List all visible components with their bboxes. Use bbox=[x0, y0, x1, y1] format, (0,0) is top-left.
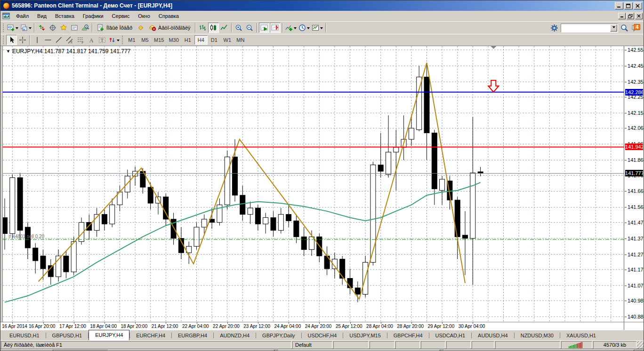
timeframe-h4-button[interactable]: H4 bbox=[194, 35, 208, 45]
new-order-button[interactable]: Íîâûé Îðäåð bbox=[94, 23, 135, 33]
chart-tab-EURUSD-H1[interactable]: EURUSD,H1 bbox=[3, 331, 46, 340]
child-restore-button[interactable] bbox=[627, 13, 634, 19]
timeframe-mn-button[interactable]: MN bbox=[234, 35, 247, 45]
price-label: 141.370 bbox=[628, 236, 644, 241]
candlestick-chart[interactable]: # 44801 sell 0.20 bbox=[3, 46, 624, 322]
chart-tab-GBPJPY-Daily[interactable]: GBPJPY,Daily bbox=[256, 331, 301, 340]
menu-Сервис[interactable]: Сервис bbox=[108, 11, 134, 21]
timeframe-d1-button[interactable]: D1 bbox=[208, 35, 221, 45]
periods-menu-button[interactable] bbox=[298, 23, 311, 33]
toolbar-drag-handle[interactable] bbox=[2, 35, 4, 45]
toolbar-drag-handle[interactable] bbox=[2, 23, 4, 32]
vertical-line-tool-button[interactable] bbox=[32, 35, 42, 45]
chevron-down-icon bbox=[117, 40, 120, 43]
chart-tab-NZDUSD-M30[interactable]: NZDUSD,M30 bbox=[515, 331, 560, 340]
auto-scroll-button[interactable] bbox=[259, 23, 270, 33]
status-profile[interactable]: Default bbox=[292, 341, 332, 349]
chart-tab-USDCHF-H4[interactable]: USDCHF,H4 bbox=[302, 331, 343, 340]
search-dropdown-button[interactable] bbox=[610, 24, 617, 32]
menu-Справка[interactable]: Справка bbox=[154, 11, 183, 21]
equidistant-channel-tool-button[interactable]: E bbox=[64, 35, 75, 45]
chart-tab-GBPCHF-H4[interactable]: GBPCHF,H4 bbox=[387, 331, 429, 340]
candle-up bbox=[110, 205, 115, 224]
cursor-tool-button[interactable] bbox=[6, 35, 17, 45]
zoom-in-button[interactable] bbox=[233, 23, 244, 33]
maximize-button[interactable] bbox=[624, 2, 633, 9]
arrows-tool-button[interactable] bbox=[107, 35, 121, 45]
candle-up bbox=[470, 173, 475, 238]
candle-down bbox=[33, 248, 38, 261]
indicators-button[interactable] bbox=[284, 23, 298, 33]
candlestick-chart-button[interactable] bbox=[208, 23, 219, 33]
time-label: 24 Apr 20:00 bbox=[305, 324, 332, 329]
time-label: 18 Apr 04:00 bbox=[90, 324, 117, 329]
timeframe-m1-button[interactable]: M1 bbox=[125, 35, 138, 45]
strategy-tester-button[interactable] bbox=[80, 23, 90, 33]
timeframe-m15-button[interactable]: M15 bbox=[152, 35, 166, 45]
timeframe-m5-button[interactable]: M5 bbox=[138, 35, 152, 45]
time-axis[interactable]: 16 Apr 201416 Apr 20:0017 Apr 12:0018 Ap… bbox=[0, 322, 644, 330]
data-window-button[interactable] bbox=[47, 23, 58, 33]
market-watch-button[interactable] bbox=[36, 23, 47, 33]
candle-down bbox=[294, 221, 299, 237]
close-button[interactable] bbox=[634, 2, 642, 9]
candle-down bbox=[102, 215, 107, 224]
fibonacci-tool-button[interactable]: F bbox=[75, 35, 86, 45]
chart-tab-USDCAD-H1[interactable]: USDCAD,H1 bbox=[429, 331, 472, 340]
title-bar[interactable]: 565896: Panteon Client Terminal - Демо С… bbox=[0, 0, 644, 11]
menu-Вид[interactable]: Вид bbox=[33, 11, 51, 21]
horizontal-line-tool-button[interactable] bbox=[42, 35, 53, 45]
chart-tab-EURCHF-H4[interactable]: EURCHF,H4 bbox=[130, 331, 171, 340]
timeframe-h1-button[interactable]: H1 bbox=[181, 35, 194, 45]
timeframe-m30-button[interactable]: M30 bbox=[166, 35, 181, 45]
candle-down bbox=[240, 195, 245, 215]
candle-down bbox=[48, 265, 53, 277]
zoom-out-button[interactable] bbox=[244, 23, 255, 33]
menu-Вставка[interactable]: Вставка bbox=[51, 11, 79, 21]
line-chart-button[interactable] bbox=[219, 23, 230, 33]
toolbar-drag-handle[interactable] bbox=[121, 35, 123, 45]
autotrading-button[interactable]: Àâòî-òîðãîâëÿ bbox=[146, 23, 193, 33]
price-badge: 142.286 bbox=[625, 89, 643, 96]
chart-tab-EURJPY-H4[interactable]: EURJPY,H4 bbox=[89, 330, 129, 340]
settings-button[interactable] bbox=[549, 23, 560, 33]
resize-grip[interactable] bbox=[637, 341, 644, 349]
search-input[interactable] bbox=[561, 24, 610, 32]
chevron-down-icon bbox=[307, 27, 310, 31]
price-axis[interactable]: 142.550142.450142.350142.255142.155142.0… bbox=[624, 46, 644, 322]
chart-shift-button[interactable] bbox=[270, 23, 281, 33]
new-chart-button[interactable] bbox=[6, 23, 19, 33]
candle-down bbox=[301, 237, 306, 249]
minimize-button[interactable] bbox=[615, 2, 623, 9]
child-minimize-button[interactable] bbox=[618, 13, 626, 19]
menu-Окно[interactable]: Окно bbox=[134, 11, 154, 21]
child-close-button[interactable] bbox=[635, 13, 643, 19]
chart-tab-USDJPY-M15[interactable]: USDJPY,M15 bbox=[343, 331, 386, 340]
chart-shift-marker-icon bbox=[491, 46, 496, 49]
text-tool-button[interactable]: A bbox=[86, 35, 97, 45]
crosshair-tool-button[interactable] bbox=[17, 35, 28, 45]
chart-tab-XAUUSD-H1[interactable]: XAUUSD,H1 bbox=[560, 331, 602, 340]
chart-tab-EURGBP-H4[interactable]: EURGBP,H4 bbox=[172, 331, 213, 340]
menu-Файл[interactable]: Файл bbox=[12, 11, 33, 21]
chevron-down-icon bbox=[320, 27, 323, 31]
menu-Графики[interactable]: Графики bbox=[79, 11, 108, 21]
templates-button[interactable] bbox=[311, 23, 324, 33]
timeframe-w1-button[interactable]: W1 bbox=[221, 35, 234, 45]
chart-tab-AUDUSD-H4[interactable]: AUDUSD,H4 bbox=[472, 331, 514, 340]
chart-tab-AUDNZD-H4[interactable]: AUDNZD,H4 bbox=[214, 331, 256, 340]
trendline-tool-button[interactable] bbox=[53, 35, 64, 45]
search-button[interactable] bbox=[619, 23, 630, 33]
time-label: 28 Apr 04:00 bbox=[366, 324, 393, 329]
svg-text:E: E bbox=[71, 40, 73, 44]
bar-chart-button[interactable] bbox=[197, 23, 208, 33]
terminal-button[interactable] bbox=[69, 23, 80, 33]
text-label-tool-button[interactable]: T bbox=[97, 35, 107, 45]
navigator-button[interactable] bbox=[58, 23, 69, 33]
metaeditor-button[interactable] bbox=[135, 23, 146, 33]
chart-tab-GBPUSD-H1[interactable]: GBPUSD,H1 bbox=[46, 331, 89, 340]
profiles-button[interactable] bbox=[19, 23, 32, 33]
notification-count-badge: 4 bbox=[634, 24, 640, 30]
notifications-button[interactable]: 4 bbox=[630, 23, 641, 33]
status-pane-empty bbox=[333, 341, 369, 349]
